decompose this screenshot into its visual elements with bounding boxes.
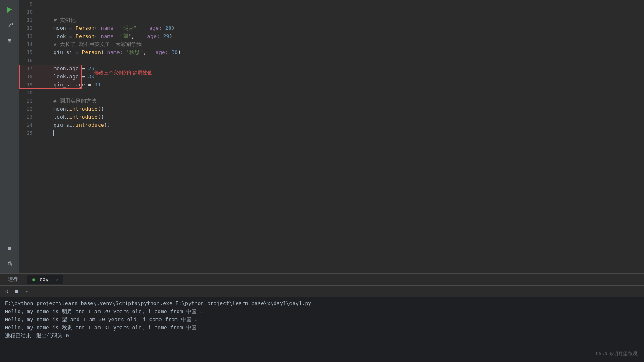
- sidebar: ⎇ ⊞ ≡ ⎙: [0, 0, 19, 273]
- line-content: qiu_si.introduce(): [38, 121, 644, 129]
- code-line: 13 look = Person( name: "望", age: 29): [19, 32, 644, 40]
- terminal-command: E:\python_project\learn_base\.venv\Scrip…: [5, 299, 639, 308]
- line-number: 12: [19, 24, 38, 32]
- print-icon[interactable]: ⎙: [3, 257, 16, 270]
- line-number: 17: [19, 65, 38, 73]
- line-content: look.age = 30: [38, 73, 644, 81]
- code-editor[interactable]: 9 10 11 # 实例化 12 moon = Person( name: "明…: [19, 0, 644, 273]
- line-number: 13: [19, 32, 38, 40]
- code-line: 15 qiu_si = Person( name: "秋思", age: 30): [19, 48, 644, 56]
- line-number: 23: [19, 113, 38, 121]
- line-number: 10: [19, 8, 38, 16]
- stop-button[interactable]: ■: [13, 288, 20, 295]
- code-line: 14 # 太长了 就不用英文了，大家别学我: [19, 40, 644, 48]
- terminal-output-line-3: Hello, my name is 秋思 and I am 31 years o…: [5, 324, 639, 332]
- refresh-button[interactable]: ↺: [3, 288, 10, 295]
- line-content: # 太长了 就不用英文了，大家别学我: [38, 40, 644, 48]
- terminal-output: E:\python_project\learn_base\.venv\Scrip…: [0, 297, 644, 362]
- code-line: 20: [19, 89, 644, 97]
- line-content: qiu_si = Person( name: "秋思", age: 30): [38, 48, 644, 56]
- layers-icon[interactable]: ⊞: [3, 34, 16, 47]
- code-line: 22 moon.introduce(): [19, 105, 644, 113]
- code-line: 21 # 调用实例的方法: [19, 97, 644, 105]
- highlighted-block: 修改三个实例的年龄属性值 17 moon.age = 29 18 look.ag…: [19, 65, 644, 89]
- code-lines: 9 10 11 # 实例化 12 moon = Person( name: "明…: [19, 0, 644, 273]
- line-number: 9: [19, 0, 38, 8]
- code-line: 19 qiu_si.age = 31: [19, 81, 644, 89]
- line-content: moon.introduce(): [38, 105, 644, 113]
- code-line: 24 qiu_si.introduce(): [19, 121, 644, 129]
- more-button[interactable]: ⋯: [23, 288, 30, 295]
- terminal-exit-message: 进程已结束，退出代码为 0: [5, 332, 639, 340]
- terminal-output-line-2: Hello, my name is 望 and I am 30 years ol…: [5, 316, 639, 324]
- git-icon[interactable]: ⎇: [3, 19, 16, 31]
- code-line: 9: [19, 0, 644, 8]
- line-content: # 调用实例的方法: [38, 97, 644, 105]
- tab-day1[interactable]: ● day1 ×: [27, 275, 63, 284]
- line-number: 14: [19, 40, 38, 48]
- line-number: 15: [19, 48, 38, 56]
- line-number: 25: [19, 129, 38, 137]
- tab-day1-label: day1: [40, 277, 51, 282]
- bottom-panel: 运行 ● day1 × ↺ ■ ⋯ E:\python_project\lear…: [0, 273, 644, 362]
- line-number: 19: [19, 81, 38, 89]
- line-content: moon = Person( name: "明月", age: 28): [38, 24, 644, 32]
- line-number: 24: [19, 121, 38, 129]
- line-content: qiu_si.age = 31: [38, 81, 644, 89]
- line-number: 18: [19, 73, 38, 81]
- code-line: 23 look.introduce(): [19, 113, 644, 121]
- line-content: # 实例化: [38, 16, 644, 24]
- editor-area: ⎇ ⊞ ≡ ⎙ 9 10 11 # 实例化: [0, 0, 644, 273]
- line-content: look = Person( name: "望", age: 29): [38, 32, 644, 40]
- line-number: 11: [19, 16, 38, 24]
- terminal-toolbar: ↺ ■ ⋯: [0, 286, 644, 297]
- bottom-tabs: 运行 ● day1 ×: [0, 274, 644, 286]
- line-number: 16: [19, 56, 38, 65]
- code-line: 18 look.age = 30: [19, 73, 644, 81]
- code-line: 17 moon.age = 29: [19, 65, 644, 73]
- line-content: [38, 129, 644, 137]
- code-line: 10: [19, 8, 644, 16]
- line-content: look.introduce(): [38, 113, 644, 121]
- line-number: 22: [19, 105, 38, 113]
- watermark: CSDN @明月望秋思: [596, 350, 638, 357]
- code-line: 12 moon = Person( name: "明月", age: 28): [19, 24, 644, 32]
- line-content: moon.age = 29: [38, 65, 644, 73]
- code-line: 16: [19, 56, 644, 65]
- line-number: 20: [19, 89, 38, 97]
- tab-run[interactable]: 运行: [3, 274, 23, 285]
- tab-close-button[interactable]: ×: [56, 277, 59, 282]
- code-line: 11 # 实例化: [19, 16, 644, 24]
- list-icon[interactable]: ≡: [3, 242, 16, 255]
- code-line: 25: [19, 129, 644, 137]
- line-number: 21: [19, 97, 38, 105]
- terminal-output-line-1: Hello, my name is 明月 and I am 29 years o…: [5, 308, 639, 316]
- run-sidebar-icon[interactable]: [3, 3, 16, 16]
